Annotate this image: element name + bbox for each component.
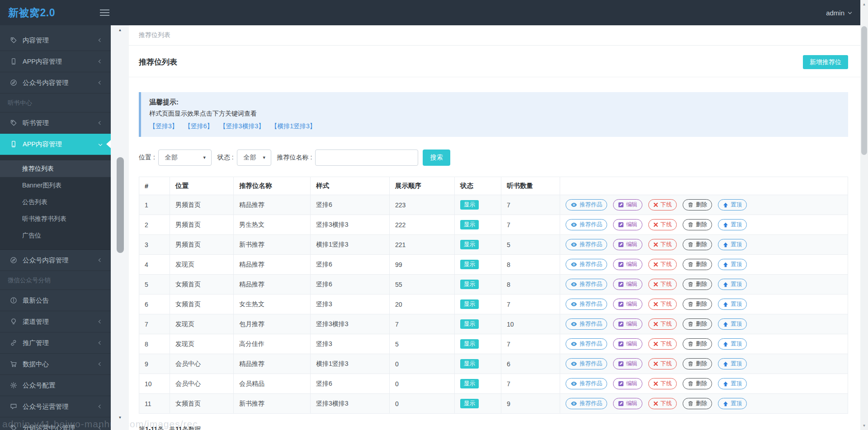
offline-button[interactable]: 下线 [648, 239, 677, 250]
delete-button[interactable]: 删除 [683, 318, 712, 330]
pin-top-button[interactable]: 置顶 [718, 338, 747, 350]
sidebar-item-wechat-config[interactable]: 公众号配置 [0, 375, 111, 396]
recommend-works-button[interactable]: 推荐作品 [566, 338, 607, 350]
delete-button[interactable]: 删除 [683, 358, 712, 369]
style-keyword-link[interactable]: 【横排1竖排3】 [271, 122, 316, 130]
sidebar-subitem-ad-slot[interactable]: 广告位 [0, 227, 111, 244]
offline-button[interactable]: 下线 [648, 199, 677, 210]
pin-top-button[interactable]: 置顶 [718, 378, 747, 389]
scroll-up-button[interactable]: ▲ [116, 27, 124, 33]
pin-top-button[interactable]: 置顶 [718, 398, 747, 409]
sidebar-item-wechat-content-mgmt[interactable]: 公众号内容管理 [0, 72, 111, 93]
trash-icon [688, 401, 693, 407]
pin-top-button[interactable]: 置顶 [718, 199, 747, 210]
pin-top-button[interactable]: 置顶 [718, 239, 747, 250]
position-cell: 女频首页 [170, 275, 234, 294]
breadcrumb[interactable]: 推荐位列表 [139, 31, 170, 39]
offline-button[interactable]: 下线 [648, 299, 677, 310]
menu-toggle-icon[interactable] [100, 9, 109, 16]
edit-button[interactable]: 编辑 [613, 338, 642, 350]
recommend-works-button[interactable]: 推荐作品 [566, 259, 607, 270]
sidebar-item-app-content-mgmt[interactable]: APP内容管理 [0, 51, 111, 72]
edit-button[interactable]: 编辑 [613, 259, 642, 270]
offline-button[interactable]: 下线 [648, 259, 677, 270]
pin-top-button[interactable]: 置顶 [718, 318, 747, 330]
position-select[interactable]: 全部 ▼ [158, 150, 212, 166]
style-keyword-link[interactable]: 【竖排6】 [184, 122, 213, 130]
offline-button[interactable]: 下线 [648, 358, 677, 369]
recommend-works-button[interactable]: 推荐作品 [566, 199, 607, 210]
arrow-up-icon [723, 302, 728, 307]
search-button[interactable]: 搜索 [423, 150, 450, 166]
sidebar-subitem-listen-recommend-list[interactable]: 听书推荐书列表 [0, 210, 111, 227]
scrollbar-thumb[interactable] [117, 157, 124, 253]
edit-button[interactable]: 编辑 [613, 378, 642, 389]
delete-button[interactable]: 删除 [683, 219, 712, 230]
pin-top-button[interactable]: 置顶 [718, 299, 747, 310]
recommend-works-button[interactable]: 推荐作品 [566, 239, 607, 250]
sidebar-subitem-notice-list[interactable]: 公告列表 [0, 194, 111, 210]
pin-top-button[interactable]: 置顶 [718, 358, 747, 369]
offline-button[interactable]: 下线 [648, 219, 677, 230]
recommend-works-button[interactable]: 推荐作品 [566, 318, 607, 330]
offline-button[interactable]: 下线 [648, 378, 677, 389]
add-recommend-button[interactable]: 新增推荐位 [803, 55, 848, 69]
edit-button[interactable]: 编辑 [613, 318, 642, 330]
edit-button[interactable]: 编辑 [613, 219, 642, 230]
edit-button[interactable]: 编辑 [613, 279, 642, 290]
edit-button[interactable]: 编辑 [613, 358, 642, 369]
delete-button[interactable]: 删除 [683, 259, 712, 270]
recommend-name-input[interactable] [315, 150, 418, 166]
delete-button[interactable]: 删除 [683, 378, 712, 389]
delete-button[interactable]: 删除 [683, 299, 712, 310]
offline-button[interactable]: 下线 [648, 398, 677, 409]
page-scrollbar-thumb[interactable] [861, 26, 867, 155]
recommend-works-button[interactable]: 推荐作品 [566, 299, 607, 310]
sidebar-item-wechat-content-mgmt-2[interactable]: 公众号内容管理 [0, 250, 111, 271]
offline-button[interactable]: 下线 [648, 318, 677, 330]
sidebar-subitem-recommend-list[interactable]: 推荐位列表 [0, 160, 111, 177]
style-keyword-link[interactable]: 【竖排3横排3】 [220, 122, 265, 130]
delete-button[interactable]: 删除 [683, 398, 712, 409]
sidebar-item-data-center[interactable]: 数据中心 [0, 354, 111, 375]
user-menu[interactable]: admin [826, 0, 851, 25]
edit-button[interactable]: 编辑 [613, 299, 642, 310]
offline-button[interactable]: 下线 [648, 279, 677, 290]
recommend-works-button[interactable]: 推荐作品 [566, 378, 607, 389]
offline-button[interactable]: 下线 [648, 338, 677, 350]
sidebar-item-latest-notice[interactable]: 最新公告 [0, 290, 111, 311]
sidebar-subitem-banner-list[interactable]: Banner图列表 [0, 177, 111, 194]
content-scrollbar[interactable]: ▲ ▼ [111, 25, 129, 430]
delete-button[interactable]: 删除 [683, 279, 712, 290]
sidebar-item-promotion-mgmt[interactable]: 推广管理 [0, 332, 111, 354]
status-badge: 显示 [460, 359, 479, 369]
edit-button[interactable]: 编辑 [613, 398, 642, 409]
edit-button[interactable]: 编辑 [613, 239, 642, 250]
eye-icon [571, 262, 577, 267]
pin-top-button[interactable]: 置顶 [718, 219, 747, 230]
page-scroll-down-button[interactable]: ▼ [860, 422, 868, 429]
recommend-works-button[interactable]: 推荐作品 [566, 279, 607, 290]
edit-icon [618, 341, 624, 347]
pin-top-button[interactable]: 置顶 [718, 279, 747, 290]
delete-button[interactable]: 删除 [683, 199, 712, 210]
sidebar-item-app-content-mgmt-active[interactable]: APP内容管理 [0, 134, 111, 155]
pin-top-button[interactable]: 置顶 [718, 259, 747, 270]
recommend-works-button[interactable]: 推荐作品 [566, 219, 607, 230]
sidebar-item-content-mgmt[interactable]: 内容管理 [0, 30, 111, 51]
sidebar-item-distribution-center-mgmt[interactable]: 分销运营中心管理 [0, 417, 111, 430]
delete-button[interactable]: 删除 [683, 239, 712, 250]
scroll-down-button[interactable]: ▼ [116, 414, 124, 421]
status-select[interactable]: 全部 ▼ [237, 150, 271, 166]
edit-button[interactable]: 编辑 [613, 199, 642, 210]
sidebar-item-channel-mgmt[interactable]: 渠道管理 [0, 311, 111, 332]
status-badge: 显示 [460, 379, 479, 388]
style-keyword-link[interactable]: 【竖排3】 [149, 122, 178, 130]
page-scroll-up-button[interactable]: ▲ [860, 1, 868, 8]
page-scrollbar[interactable]: ▲ ▼ [860, 0, 868, 430]
sidebar-item-wechat-operation-mgmt[interactable]: 公众号运营管理 [0, 396, 111, 417]
sidebar-item-listen-mgmt[interactable]: 听书管理 [0, 112, 111, 134]
recommend-works-button[interactable]: 推荐作品 [566, 358, 607, 369]
delete-button[interactable]: 删除 [683, 338, 712, 350]
recommend-works-button[interactable]: 推荐作品 [566, 398, 607, 409]
